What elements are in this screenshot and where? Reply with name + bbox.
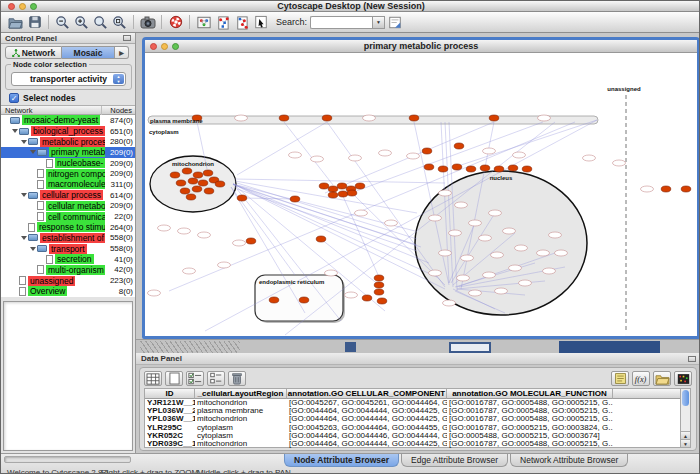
annotation-button[interactable] [251, 13, 270, 31]
network-node-selected[interactable] [237, 195, 247, 201]
search-dropdown-icon[interactable]: ▼ [372, 16, 385, 29]
tab-network-attribute-browser[interactable]: Network Attribute Browser [510, 454, 628, 467]
network-node[interactable] [469, 220, 482, 226]
select-attributes-button[interactable] [144, 371, 162, 386]
network-node-selected[interactable] [355, 183, 365, 189]
network-node[interactable] [613, 160, 626, 166]
network-node-selected[interactable] [290, 196, 300, 202]
tab-network[interactable]: Network [5, 46, 62, 59]
select-all-attributes-button[interactable] [186, 371, 204, 386]
tree-row[interactable]: cellular process614(0) [1, 190, 135, 201]
tree-row[interactable]: secretion41(0) [1, 254, 135, 265]
tab-node-attribute-browser[interactable]: Node Attribute Browser [284, 454, 399, 467]
zoom-window-icon[interactable] [30, 3, 37, 10]
network-node[interactable] [479, 235, 492, 241]
tree-row[interactable]: metabolic process280(0) [1, 136, 135, 147]
network-node[interactable] [325, 270, 338, 276]
col-header-molecular[interactable]: annotation.GO MOLECULAR_FUNCTION [447, 389, 613, 399]
node-color-dropdown[interactable]: transporter activity ▲▼ [11, 72, 126, 86]
table-row[interactable]: YKR052Ccytoplasm[GO:0044464, GO:0044446,… [145, 432, 681, 440]
network-node-selected[interactable] [182, 168, 192, 174]
network-node-selected[interactable] [362, 295, 372, 301]
network-node-selected[interactable] [424, 164, 434, 170]
network-view-window[interactable]: primary metabolic process plasma membran… [142, 37, 700, 339]
close-window-icon[interactable] [8, 3, 15, 10]
network-node-selected[interactable] [203, 170, 213, 176]
network-node[interactable] [363, 115, 376, 121]
notepad-button[interactable] [611, 371, 629, 386]
zoom-out-button[interactable] [53, 13, 72, 31]
table-row[interactable]: YPL036W__1mitochondrion[GO:0044464, GO:0… [145, 415, 681, 423]
network-node[interactable] [148, 290, 161, 296]
network-node-selected[interactable] [246, 238, 256, 244]
delete-attribute-button[interactable] [228, 371, 246, 386]
network-node-selected[interactable] [452, 164, 462, 170]
network-node-selected[interactable] [188, 178, 198, 184]
network-node-selected[interactable] [347, 190, 357, 196]
matrix-view-button[interactable] [674, 371, 692, 386]
network-node[interactable] [349, 155, 362, 161]
tree-row[interactable]: response to stimulu264(0) [1, 222, 135, 233]
float-panel-icon[interactable] [688, 356, 696, 362]
table-row[interactable]: YJR121W__1mitochondrion[GO:0045267, GO:0… [145, 399, 681, 407]
network-node-selected[interactable] [377, 298, 387, 304]
network-node-selected[interactable] [409, 115, 419, 121]
network-node-selected[interactable] [192, 186, 202, 192]
tab-mosaic[interactable]: Mosaic [62, 46, 115, 59]
network-node-selected[interactable] [374, 289, 384, 295]
network-node-selected[interactable] [299, 297, 309, 303]
network-node-selected[interactable] [337, 183, 347, 189]
network-node[interactable] [158, 225, 171, 231]
scrollbar-thumb[interactable] [682, 390, 689, 406]
network-node[interactable] [489, 210, 502, 216]
network-node[interactable] [549, 232, 562, 238]
search-input[interactable] [310, 16, 372, 29]
network-canvas[interactable]: plasma membrane cytoplasm mitochondrion … [145, 53, 697, 336]
network-node[interactable] [491, 252, 504, 258]
network-node[interactable] [483, 148, 496, 154]
zoom-selected-button[interactable] [91, 13, 110, 31]
unselect-all-attributes-button[interactable] [207, 371, 225, 386]
col-header-region[interactable]: _cellularLayoutRegion [195, 389, 287, 399]
network-node[interactable] [519, 280, 532, 286]
network-node-selected[interactable] [480, 165, 490, 171]
network-node[interactable] [461, 255, 474, 261]
network-node[interactable] [385, 220, 398, 226]
network-node[interactable] [469, 290, 482, 296]
network-node-selected[interactable] [193, 172, 203, 178]
network-node-selected[interactable] [170, 172, 180, 178]
network-node-selected[interactable] [215, 181, 225, 187]
network-node[interactable] [218, 262, 231, 268]
network-node-selected[interactable] [180, 188, 190, 194]
disclosure-triangle-icon[interactable] [21, 193, 27, 197]
network-node[interactable] [439, 190, 452, 196]
close-view-icon[interactable] [150, 43, 157, 50]
disclosure-triangle-icon[interactable] [30, 247, 36, 251]
network-node[interactable] [538, 115, 551, 121]
network-node[interactable] [515, 245, 528, 251]
zoom-view-icon[interactable] [172, 43, 179, 50]
scroll-down-icon[interactable]: ▼ [681, 439, 690, 447]
network-node[interactable] [407, 153, 420, 159]
tree-row[interactable]: Overview8(0) [1, 286, 135, 297]
tree-row[interactable]: primary metabo209(0) [1, 147, 135, 158]
tree-row[interactable]: cell communicat22(0) [1, 211, 135, 222]
tree-row[interactable]: nucleobase-209(0) [1, 158, 135, 169]
disclosure-triangle-icon[interactable] [30, 150, 36, 154]
network-node[interactable] [379, 150, 392, 156]
tree-row[interactable]: multi-organism pro42(0) [1, 265, 135, 276]
network-node[interactable] [543, 268, 556, 274]
network-node-selected[interactable] [438, 166, 448, 172]
minimize-window-icon[interactable] [19, 3, 26, 10]
network-node[interactable] [457, 275, 470, 281]
birds-eye-view[interactable] [3, 301, 133, 451]
select-nodes-checkbox[interactable]: ✓ [9, 93, 19, 103]
advanced-search-button[interactable] [385, 13, 404, 31]
tab-edge-attribute-browser[interactable]: Edge Attribute Browser [401, 454, 508, 467]
tab-overflow-button[interactable]: ▶ [115, 46, 129, 59]
import-attributes-button[interactable] [653, 371, 671, 386]
tree-col-nodes[interactable]: Nodes [101, 106, 135, 115]
network-node[interactable] [503, 228, 516, 234]
network-node-selected[interactable] [198, 180, 208, 186]
network-node-selected[interactable] [522, 166, 532, 172]
